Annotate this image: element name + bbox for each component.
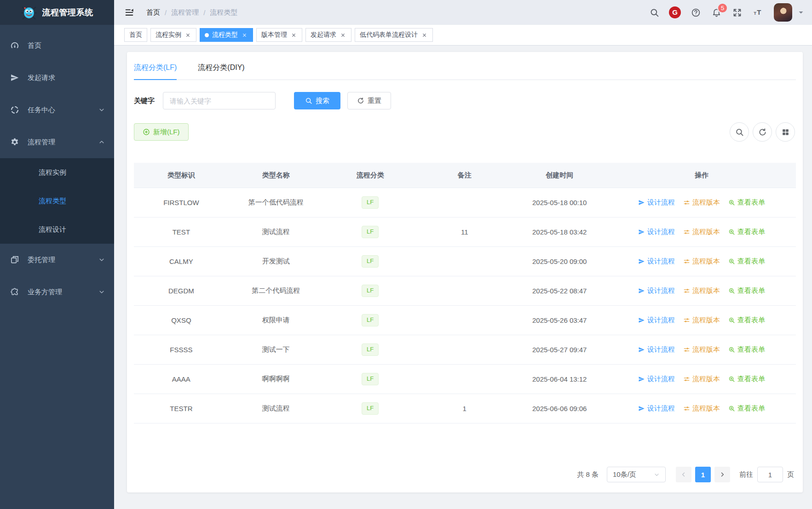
table-row: QXSQ权限申请LF2025-05-26 03:47设计流程流程版本查看表单: [134, 306, 796, 335]
search-icon: [305, 97, 312, 104]
category-tag: LF: [362, 226, 379, 238]
breadcrumb-home[interactable]: 首页: [146, 8, 160, 17]
cell-remark: [417, 335, 512, 365]
zoomin-icon: [728, 258, 735, 265]
keyword-input[interactable]: [163, 92, 276, 109]
flow-version-link[interactable]: 流程版本: [683, 228, 720, 236]
flow-version-link[interactable]: 流程版本: [683, 404, 720, 413]
view-form-link[interactable]: 查看表单: [728, 404, 765, 413]
cell-type-code: QXSQ: [134, 306, 229, 335]
sidebar-item-delegate-mgmt[interactable]: 委托管理: [0, 244, 114, 276]
svg-text:T: T: [754, 10, 756, 15]
close-icon[interactable]: [290, 32, 297, 39]
flow-version-link[interactable]: 流程版本: [683, 316, 720, 325]
gitee-link[interactable]: G: [667, 4, 683, 21]
add-lf-button[interactable]: 新增(LF): [134, 123, 189, 141]
avatar-caret-down-icon[interactable]: [798, 10, 804, 15]
page-number-1[interactable]: 1: [695, 467, 711, 482]
app-window: 流程管理系统 首页 发起请求 任务中心 流程管理: [0, 0, 812, 509]
flow-version-link[interactable]: 流程版本: [683, 286, 720, 295]
refresh-icon: [357, 97, 364, 104]
flow-version-link[interactable]: 流程版本: [683, 198, 720, 207]
page-size-select[interactable]: 10条/页: [607, 467, 666, 482]
tab-process-category-diy[interactable]: 流程分类(DIY): [198, 57, 244, 80]
help-button[interactable]: [687, 4, 704, 21]
sidebar-item-process-design[interactable]: 流程设计: [0, 215, 114, 244]
reset-button[interactable]: 重置: [347, 92, 391, 109]
view-form-link[interactable]: 查看表单: [728, 316, 765, 325]
next-page-button[interactable]: [714, 467, 730, 482]
category-tag: LF: [362, 255, 379, 267]
sidebar-item-process-mgmt[interactable]: 流程管理: [0, 126, 114, 158]
design-flow-link[interactable]: 设计流程: [638, 345, 675, 354]
tags-view-tab[interactable]: 版本管理: [256, 28, 302, 42]
search-button[interactable]: 搜索: [294, 92, 340, 109]
chevron-down-icon: [98, 107, 105, 113]
design-flow-link[interactable]: 设计流程: [638, 198, 675, 207]
view-form-link[interactable]: 查看表单: [728, 286, 765, 295]
category-tag: LF: [362, 196, 379, 208]
refresh-table-button[interactable]: [753, 122, 772, 142]
design-flow-link[interactable]: 设计流程: [638, 228, 675, 236]
tags-view-tab[interactable]: 低代码表单流程设计: [355, 28, 433, 42]
refresh-icon: [758, 128, 767, 137]
flow-version-link[interactable]: 流程版本: [683, 345, 720, 354]
tags-view-tab[interactable]: 发起请求: [305, 28, 351, 42]
view-form-link[interactable]: 查看表单: [728, 198, 765, 207]
sidebar-item-start-request[interactable]: 发起请求: [0, 62, 114, 94]
tab-label: 流程实例: [155, 31, 181, 39]
sidebar-item-business-mgmt[interactable]: 业务方管理: [0, 276, 114, 308]
tags-view-tab[interactable]: 首页: [124, 28, 147, 42]
send-icon: [638, 229, 645, 235]
goto-page-input[interactable]: [757, 467, 783, 482]
design-flow-link[interactable]: 设计流程: [638, 286, 675, 295]
header-search-button[interactable]: [646, 4, 662, 21]
tab-label: 版本管理: [261, 31, 287, 39]
design-flow-link[interactable]: 设计流程: [638, 316, 675, 325]
main-area: 首页 / 流程管理 / 流程类型 G 5 TT 首页流程实例流程类型版本管: [114, 0, 812, 509]
prev-page-button[interactable]: [676, 467, 691, 482]
category-tag: LF: [362, 373, 379, 385]
notifications-button[interactable]: 5: [708, 4, 725, 21]
sidebar-fold-icon[interactable]: [124, 7, 134, 17]
design-flow-link[interactable]: 设计流程: [638, 257, 675, 266]
close-icon[interactable]: [241, 32, 248, 39]
font-size-icon: TT: [753, 8, 763, 17]
user-avatar[interactable]: [774, 3, 792, 22]
toggle-search-button[interactable]: [730, 122, 749, 142]
tab-process-category-lf[interactable]: 流程分类(LF): [134, 57, 177, 80]
column-settings-button[interactable]: [776, 122, 795, 142]
cell-category: LF: [323, 306, 417, 335]
table-row: CALMY开发测试LF2025-05-20 09:00设计流程流程版本查看表单: [134, 247, 796, 276]
tags-view-tab[interactable]: 流程类型: [200, 28, 253, 42]
grid-icon: [781, 128, 790, 137]
view-form-link[interactable]: 查看表单: [728, 228, 765, 236]
sidebar-item-task-center[interactable]: 任务中心: [0, 94, 114, 126]
search-form: 关键字 搜索 重置: [134, 92, 796, 109]
design-flow-link[interactable]: 设计流程: [638, 375, 675, 383]
flow-version-link[interactable]: 流程版本: [683, 257, 720, 266]
breadcrumb-separator: /: [203, 9, 205, 17]
app-title: 流程管理系统: [42, 7, 93, 18]
page-content: 流程分类(LF) 流程分类(DIY) 关键字 搜索 重置: [114, 46, 812, 509]
zoomin-icon: [728, 376, 735, 383]
sliders-icon: [683, 199, 690, 206]
flow-version-link[interactable]: 流程版本: [683, 375, 720, 383]
font-size-button[interactable]: TT: [749, 4, 766, 21]
view-form-link[interactable]: 查看表单: [728, 257, 765, 266]
view-form-link[interactable]: 查看表单: [728, 345, 765, 354]
cell-created-time: 2025-05-27 09:47: [512, 335, 607, 365]
navbar-actions: G 5 TT: [646, 3, 804, 22]
tags-view-tab[interactable]: 流程实例: [150, 28, 196, 42]
fullscreen-button[interactable]: [729, 4, 745, 21]
close-icon[interactable]: [184, 32, 191, 39]
sidebar-item-process-instance[interactable]: 流程实例: [0, 158, 114, 187]
design-flow-link[interactable]: 设计流程: [638, 404, 675, 413]
sidebar-item-home[interactable]: 首页: [0, 29, 114, 62]
cell-remark: 11: [417, 217, 512, 247]
sidebar-item-process-type[interactable]: 流程类型: [0, 187, 114, 215]
view-form-link[interactable]: 查看表单: [728, 375, 765, 383]
fullscreen-icon: [732, 8, 742, 17]
close-icon[interactable]: [340, 32, 346, 39]
close-icon[interactable]: [421, 32, 428, 39]
